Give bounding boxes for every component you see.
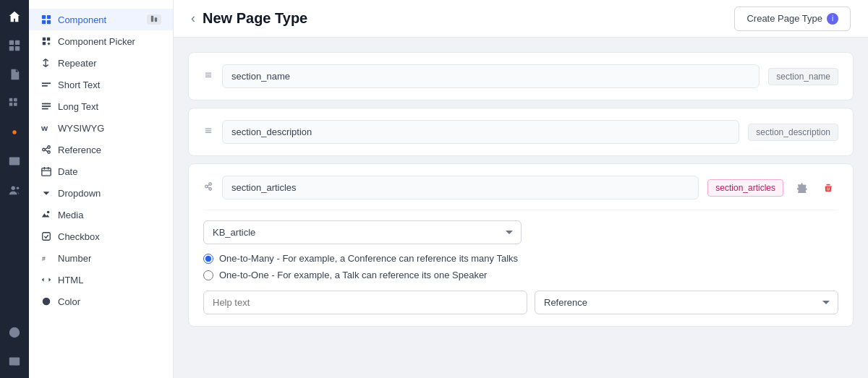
create-page-type-button[interactable]: Create Page Type i: [734, 7, 851, 31]
settings-button-3[interactable]: [792, 178, 812, 198]
help-text-input[interactable]: [203, 291, 527, 314]
radio-one-to-one-label: One-to-One - For example, a Talk can ref…: [219, 270, 487, 280]
sidebar-item-repeater[interactable]: Repeater: [29, 52, 173, 74]
component-badge: [147, 14, 161, 25]
dropdown-icon: [41, 187, 52, 199]
nav-pages[interactable]: [7, 66, 22, 82]
svg-point-41: [205, 185, 208, 188]
back-button[interactable]: ‹: [191, 11, 195, 26]
reference-type-select[interactable]: KB_article: [203, 220, 522, 244]
nav-rail: ?: [0, 0, 29, 378]
svg-point-27: [43, 148, 46, 151]
svg-rect-36: [205, 74, 212, 75]
sidebar-item-color[interactable]: Color: [29, 291, 173, 312]
reference-extras: KB_article One-to-Many - For example, a …: [203, 210, 838, 314]
svg-rect-22: [42, 85, 48, 87]
sidebar-item-checkbox[interactable]: Checkbox: [29, 225, 173, 247]
page-header: ‹ New Page Type Create Page Type i: [174, 0, 868, 38]
field-card-section-description: section_description: [188, 108, 854, 156]
sidebar-item-html[interactable]: HTML: [29, 269, 173, 291]
svg-rect-16: [47, 15, 51, 19]
radio-one-to-one-input[interactable]: [203, 270, 213, 280]
svg-point-31: [47, 211, 50, 214]
sidebar-item-long-text[interactable]: Long Text: [29, 95, 173, 117]
svg-rect-9: [9, 158, 20, 166]
sidebar-item-date[interactable]: Date: [29, 160, 173, 182]
svg-rect-37: [205, 77, 212, 77]
field-name-input-1[interactable]: [222, 64, 760, 88]
nav-components[interactable]: [7, 124, 22, 140]
sidebar-item-dropdown[interactable]: Dropdown: [29, 182, 173, 204]
field-name-input-3[interactable]: [222, 176, 699, 199]
svg-rect-7: [14, 103, 17, 106]
repeater-label: Repeater: [58, 58, 161, 69]
long-text-icon: [41, 100, 52, 112]
radio-one-to-many[interactable]: One-to-Many - For example, a Conference …: [203, 253, 838, 264]
sidebar-item-component[interactable]: Component: [29, 9, 173, 30]
svg-rect-1: [15, 40, 20, 45]
drag-handle-1[interactable]: [203, 70, 213, 82]
nav-help[interactable]: ?: [7, 325, 22, 340]
dropdown-label: Dropdown: [58, 188, 161, 199]
nav-users[interactable]: [7, 182, 22, 198]
field-card-section-articles: section_articles KB_article: [188, 163, 854, 327]
radio-one-to-many-input[interactable]: [203, 254, 213, 264]
sidebar-item-component-picker[interactable]: Component Picker: [29, 30, 173, 52]
sidebar-item-short-text[interactable]: Short Text: [29, 74, 173, 95]
picker-icon: [41, 35, 52, 47]
svg-rect-2: [9, 46, 14, 51]
drag-handle-3[interactable]: [203, 181, 213, 194]
main-panel: ‹ New Page Type Create Page Type i secti…: [174, 0, 868, 378]
nav-grid[interactable]: [7, 95, 22, 111]
nav-terminal[interactable]: [7, 353, 22, 369]
radio-one-to-many-label: One-to-Many - For example, a Conference …: [219, 253, 518, 264]
media-label: Media: [58, 210, 161, 220]
radio-one-to-one[interactable]: One-to-One - For example, a Talk can ref…: [203, 270, 838, 280]
svg-text:#: #: [42, 255, 46, 262]
field-actions-3: [792, 178, 838, 198]
sidebar-item-media[interactable]: Media: [29, 204, 173, 225]
content-area: section_name section_description section…: [174, 38, 868, 378]
svg-point-8: [12, 130, 16, 134]
nav-blocks[interactable]: [7, 38, 22, 53]
create-button-label: Create Page Type: [746, 13, 822, 24]
field-tag-1: section_name: [768, 68, 838, 85]
svg-rect-20: [155, 17, 157, 22]
svg-rect-0: [9, 40, 14, 45]
radio-group: One-to-Many - For example, a Conference …: [203, 253, 838, 280]
field-card-section-name: section_name: [188, 52, 854, 100]
svg-rect-38: [205, 129, 212, 129]
reference-label: Reference: [58, 145, 161, 155]
component-label: Component: [58, 14, 141, 25]
sidebar-item-number[interactable]: # Number: [29, 247, 173, 269]
date-icon: [41, 166, 52, 177]
nav-home[interactable]: [7, 9, 22, 25]
drag-handle-2[interactable]: [203, 126, 213, 138]
svg-text:?: ?: [12, 330, 16, 337]
field-name-input-2[interactable]: [222, 120, 739, 144]
checkbox-label: Checkbox: [58, 231, 161, 242]
short-text-icon: [41, 79, 52, 90]
svg-rect-14: [9, 358, 20, 366]
page-title: New Page Type: [203, 10, 307, 27]
reference-icon: [41, 144, 52, 155]
nav-media[interactable]: [7, 153, 22, 169]
svg-rect-17: [42, 20, 46, 24]
svg-rect-6: [9, 103, 12, 106]
svg-rect-19: [151, 16, 153, 22]
delete-button-3[interactable]: [818, 178, 838, 198]
svg-rect-23: [42, 103, 51, 105]
checkbox-icon: [41, 231, 52, 242]
number-label: Number: [58, 253, 161, 264]
wysiwyg-label: WYSIWYG: [58, 123, 161, 134]
wysiwyg-icon: W: [41, 122, 52, 134]
sidebar-item-reference[interactable]: Reference: [29, 139, 173, 160]
svg-rect-40: [205, 132, 212, 133]
field-type-select[interactable]: Reference: [535, 291, 838, 314]
short-text-label: Short Text: [58, 80, 161, 90]
svg-rect-24: [42, 106, 51, 107]
svg-point-10: [12, 186, 15, 190]
sidebar-item-wysiwyg[interactable]: W WYSIWYG: [29, 117, 173, 139]
svg-rect-15: [42, 15, 46, 19]
html-label: HTML: [58, 275, 161, 285]
